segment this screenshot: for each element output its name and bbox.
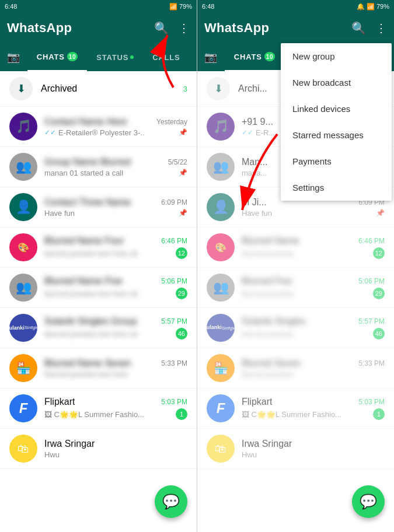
avatar-irwa: 🛍 xyxy=(9,435,37,463)
right-panel: 6:48 🔔 📶 79% WhatsApp 🔍 ⋮ 📷 CHATS 10 New… xyxy=(197,0,394,532)
chat-info-7: Blurred Name Seven 5:33 PM blurred previ… xyxy=(44,358,187,379)
status-icons-left: 📶 79% xyxy=(169,3,192,10)
tab-status-left[interactable]: STATUS xyxy=(87,43,143,71)
menu-item-settings[interactable]: Settings xyxy=(281,174,392,201)
chat-row-7[interactable]: 🏪 Blurred Name Seven 5:33 PM blurred pre… xyxy=(0,348,197,388)
chat-name-r-flipkart: Flipkart xyxy=(242,397,272,407)
avatar-r1: 🎵 xyxy=(207,113,235,141)
chat-row-r4[interactable]: 🎨 Blurred Name 6:46 PM blurred preview 1… xyxy=(197,228,394,268)
menu-item-payments[interactable]: Payments xyxy=(281,148,392,174)
fab-right[interactable]: 💬 xyxy=(352,485,385,518)
chat-preview-4: blurred preview text here ok xyxy=(44,249,138,258)
chat-top-1: Contact Name Here Yesterday xyxy=(44,117,187,127)
chat-row-r7[interactable]: 🏪 Blurred Seven 5:33 PM blurred preview xyxy=(197,348,394,388)
chat-row-r5[interactable]: 👥 Blurred Five 5:06 PM blurred preview 2… xyxy=(197,268,394,308)
tab-calls-left[interactable]: CALLS xyxy=(143,43,189,71)
tab-camera-left[interactable]: 📷 xyxy=(0,43,27,71)
chat-name-r2: Man... xyxy=(242,157,267,167)
avatar-1: 🎵 xyxy=(9,113,37,141)
chat-preview-1: ✓✓ E-Retailer® Polyester 3-... xyxy=(44,128,144,137)
avatar-5: 👥 xyxy=(9,274,37,302)
unread-badge-4: 12 xyxy=(176,247,187,259)
chat-row-r-irwa[interactable]: 🛍 Irwa Sringar Hwu xyxy=(197,429,394,469)
chat-name-6: Sulanki Singles Group xyxy=(44,316,137,327)
chat-name-irwa: Irwa Sringar xyxy=(44,439,95,449)
chat-preview-7: blurred preview text here xyxy=(44,370,128,379)
chat-name-r3: M Ji... xyxy=(242,197,267,208)
chat-name-r1: +91 9... xyxy=(242,117,273,127)
chat-preview-r3: Have fun xyxy=(242,209,272,218)
avatar-3: 👤 xyxy=(9,193,37,221)
menu-item-linked-devices[interactable]: Linked devices xyxy=(281,96,392,122)
app-header-right: WhatsApp 🔍 ⋮ xyxy=(197,13,394,43)
avatar-r-flipkart: F xyxy=(207,394,235,422)
chat-name-r7: Blurred Seven xyxy=(242,358,301,369)
chat-top-4: Blurred Name Four 6:46 PM xyxy=(44,236,187,246)
chat-row-r6[interactable]: Sulanki Sinfgles Sulanki Singles 5:57 PM… xyxy=(197,308,394,348)
left-panel: 6:48 📶 79% WhatsApp 🔍 ⋮ 📷 CHATS 10 xyxy=(0,0,197,532)
menu-icon-right[interactable]: ⋮ xyxy=(375,21,387,35)
chat-preview-irwa: Hwu xyxy=(44,450,60,459)
chat-bottom-flipkart: 🖼 C🌟🌟L Summer Fashio... 1 xyxy=(44,408,187,420)
menu-item-new-group[interactable]: New group xyxy=(281,43,392,69)
chat-name-1: Contact Name Here xyxy=(44,117,127,127)
chat-top-flipkart: Flipkart 5:03 PM xyxy=(44,397,187,407)
avatar-r7: 🏪 xyxy=(207,354,235,382)
chat-row-6[interactable]: Sulanki Sinfgles Sulanki Singles Group 5… xyxy=(0,308,197,348)
status-dot-left xyxy=(130,55,134,59)
chat-time-5: 5:06 PM xyxy=(161,277,187,285)
app-header-left: WhatsApp 🔍 ⋮ xyxy=(0,13,197,43)
archived-row-left[interactable]: ⬇ Archived 3 xyxy=(0,71,197,107)
chat-row-1[interactable]: 🎵 Contact Name Here Yesterday ✓✓ E-Retai… xyxy=(0,107,197,147)
archived-icon-left: ⬇ xyxy=(9,77,33,100)
avatar-r3: 👤 xyxy=(207,193,235,221)
chat-time-6: 5:57 PM xyxy=(161,317,187,326)
chat-time-2: 5/5/22 xyxy=(168,158,187,166)
menu-icon[interactable]: ⋮ xyxy=(178,21,190,35)
status-bar-right: 6:48 🔔 📶 79% xyxy=(197,0,394,13)
dropdown-menu: New group New broadcast Linked devices S… xyxy=(281,43,392,201)
chat-time-r-flipkart: 5:03 PM xyxy=(358,398,385,406)
chat-row-4[interactable]: 🎨 Blurred Name Four 6:46 PM blurred prev… xyxy=(0,228,197,268)
tab-chats-left[interactable]: CHATS 10 xyxy=(27,43,88,71)
status-bar-left: 6:48 📶 79% xyxy=(0,0,197,13)
chat-row-3[interactable]: 👤 Contact Three Name 6:09 PM Have fun 📌 xyxy=(0,187,197,228)
chat-top-irwa: Irwa Sringar xyxy=(44,439,187,449)
app-title-right: WhatsApp xyxy=(204,20,269,36)
chat-row-r-flipkart[interactable]: F Flipkart 5:03 PM 🖼 C🌟🌟L Summer Fashio.… xyxy=(197,388,394,429)
chat-info-4: Blurred Name Four 6:46 PM blurred previe… xyxy=(44,236,187,259)
search-icon-right[interactable]: 🔍 xyxy=(351,21,366,35)
menu-item-starred-messages[interactable]: Starred messages xyxy=(281,122,392,148)
chat-info-r-flipkart: Flipkart 5:03 PM 🖼 C🌟🌟L Summer Fashio...… xyxy=(242,397,385,420)
avatar-7: 🏪 xyxy=(9,354,37,382)
chat-time-4: 6:46 PM xyxy=(161,237,187,245)
chat-row-5[interactable]: 👥 Blurred Name Five 5:06 PM blurred prev… xyxy=(0,268,197,308)
chat-top-6: Sulanki Singles Group 5:57 PM xyxy=(44,316,187,327)
fab-left[interactable]: 💬 xyxy=(155,485,187,518)
chat-row-2[interactable]: 👥 Group Name Blurred 5/5/22 manan 01 sta… xyxy=(0,147,197,187)
chat-preview-r2: mana... xyxy=(242,169,267,177)
search-icon[interactable]: 🔍 xyxy=(154,21,169,35)
chat-time-7: 5:33 PM xyxy=(161,359,187,368)
tab-chats-right[interactable]: CHATS 10 xyxy=(225,43,285,71)
chat-time-r5: 5:06 PM xyxy=(358,277,385,285)
chat-info-5: Blurred Name Five 5:06 PM blurred previe… xyxy=(44,276,187,299)
chat-row-irwa[interactable]: 🛍 Irwa Sringar Hwu xyxy=(0,429,197,469)
time-left: 6:48 xyxy=(5,3,17,10)
chats-badge-right: 10 xyxy=(264,52,276,61)
time-right: 6:48 xyxy=(202,3,214,10)
avatar-r6: Sulanki Sinfgles xyxy=(207,314,235,342)
chat-top-2: Group Name Blurred 5/5/22 xyxy=(44,157,187,167)
chat-list-left: ⬇ Archived 3 🎵 Contact Name Here Yesterd… xyxy=(0,71,197,532)
unread-r5: 29 xyxy=(373,288,385,299)
pin-icon-2: 📌 xyxy=(179,169,187,177)
chat-row-flipkart[interactable]: F Flipkart 5:03 PM 🖼 C🌟🌟L Summer Fashio.… xyxy=(0,388,197,429)
menu-item-new-broadcast[interactable]: New broadcast xyxy=(281,69,392,96)
chat-name-flipkart: Flipkart xyxy=(44,397,75,407)
tab-camera-right[interactable]: 📷 xyxy=(197,43,225,71)
avatar-6: Sulanki Sinfgles xyxy=(9,314,37,342)
chat-preview-r7: blurred preview xyxy=(242,370,294,379)
battery-left: 📶 79% xyxy=(169,3,192,10)
chat-bottom-3: Have fun 📌 xyxy=(44,209,187,218)
chat-time-r4: 6:46 PM xyxy=(358,237,385,245)
